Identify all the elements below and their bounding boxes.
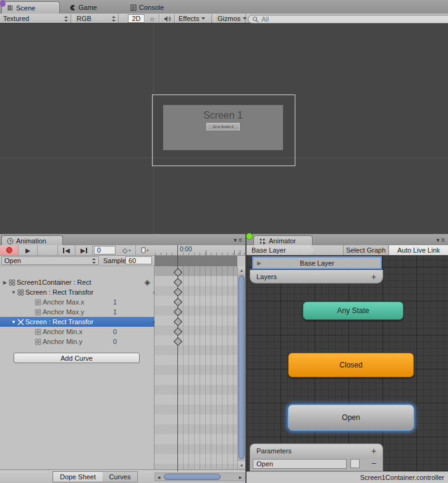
property-row[interactable]: ▼ Screen : Rect Transfor ◈ xyxy=(0,287,164,297)
dopesheet-gridlines xyxy=(177,266,237,469)
auto-live-link-button[interactable]: Auto Live Link xyxy=(389,245,448,255)
menu-icon: ≡ xyxy=(239,237,243,243)
up-arrow-icon: ▲ xyxy=(240,269,243,272)
frame-bar-icon xyxy=(86,248,87,253)
animator-graph-canvas[interactable]: ▶ Base Layer Layers + Any State Closed O… xyxy=(247,255,448,471)
animator-status-bar: Screen1Container.controller xyxy=(247,471,448,483)
select-graph-button[interactable]: Select Graph xyxy=(343,245,389,255)
parameter-row: Open − xyxy=(250,457,383,471)
lighting-toggle-button[interactable]: ☼ xyxy=(145,14,159,23)
screen1-title: Screen 1 xyxy=(163,110,283,121)
left-arrow-icon: ◀ xyxy=(158,475,161,479)
animation-property-list: ▶ Screen1Container : Rect ◈ ▼ Screen : R… xyxy=(0,266,154,469)
timeline-ruler[interactable]: 0:00 xyxy=(154,245,245,256)
animation-bottom-bar: Dope Sheet Curves ◀ ▶ xyxy=(0,469,245,483)
tab-scene[interactable]: Scene xyxy=(1,1,60,14)
chevron-down-icon: ▾ xyxy=(436,237,440,243)
foldout-icon[interactable]: ▶ xyxy=(2,280,8,285)
plus-icon: + xyxy=(128,248,131,253)
breadcrumb[interactable]: Base Layer xyxy=(247,245,315,255)
tab-curves[interactable]: Curves xyxy=(103,471,138,482)
animation-clip-row: Open Sample 60 xyxy=(0,256,154,266)
add-curve-button[interactable]: Add Curve xyxy=(14,353,140,363)
tab-console[interactable]: Console xyxy=(125,1,176,14)
audio-toggle-button[interactable] xyxy=(159,14,175,23)
tab-dope-sheet[interactable]: Dope Sheet xyxy=(53,471,103,482)
layers-header[interactable]: Layers + xyxy=(250,270,383,284)
2d-toggle-button[interactable]: 2D xyxy=(128,14,145,23)
state-node-any-state[interactable]: Any State xyxy=(303,301,404,320)
controller-name-label: Screen1Container.controller xyxy=(360,474,444,481)
tab-game-label: Game xyxy=(78,4,97,11)
dopesheet-area[interactable] xyxy=(154,266,237,469)
record-button[interactable] xyxy=(0,245,19,255)
scroll-left-button[interactable]: ◀ xyxy=(155,473,163,481)
chevron-down-icon xyxy=(201,17,205,20)
add-keyframe-button[interactable]: ◇ + xyxy=(118,245,136,255)
first-frame-button[interactable]: ◀ xyxy=(58,245,75,255)
tab-animation-label: Animation xyxy=(16,237,46,245)
layer-item-base-layer[interactable]: ▶ Base Layer xyxy=(252,256,382,269)
effects-dropdown[interactable]: Effects xyxy=(175,14,212,23)
console-icon xyxy=(130,4,137,11)
rect-transform-icon xyxy=(34,328,41,335)
tab-scene-label: Scene xyxy=(16,4,35,12)
horizontal-scrollbar[interactable]: ◀ ▶ xyxy=(154,472,245,481)
add-event-button[interactable]: + xyxy=(136,245,154,255)
sample-rate-field[interactable]: 60 xyxy=(125,256,152,264)
play-button[interactable]: ▶ xyxy=(19,245,38,255)
keyframe-toggle[interactable]: ◈ xyxy=(145,278,150,287)
parameter-bool-checkbox[interactable] xyxy=(350,459,360,468)
frame-number-field[interactable]: 0 xyxy=(94,246,116,254)
state-node-open-selected[interactable]: Open xyxy=(288,405,414,430)
animation-toolbar: ▶ ◀ ▶ 0 ◇ + + xyxy=(0,245,154,256)
tab-animation[interactable]: Animation xyxy=(1,235,63,246)
event-marker-icon xyxy=(141,247,146,254)
property-row-selected[interactable]: ▼ Screen : Rect Transfor ◈ xyxy=(0,317,164,327)
property-row[interactable]: ▶ Screen1Container : Rect ◈ xyxy=(0,277,155,287)
property-label: Anchor Min.x xyxy=(43,328,82,335)
panel-menu-button[interactable]: ▾ ≡ xyxy=(436,237,446,243)
add-layer-button[interactable]: + xyxy=(371,272,376,282)
rect-transform-icon xyxy=(17,318,24,326)
foldout-icon[interactable]: ▶ xyxy=(257,260,261,266)
rect-transform-icon xyxy=(8,279,15,286)
property-value: 0 xyxy=(113,338,117,345)
speaker-icon xyxy=(164,15,171,22)
property-value: 1 xyxy=(113,298,117,306)
last-frame-button[interactable]: ▶ xyxy=(75,245,93,255)
gizmos-dropdown[interactable]: Gizmos xyxy=(214,14,246,23)
foldout-icon[interactable]: ▼ xyxy=(11,290,17,295)
property-label: Anchor Max.y xyxy=(43,308,84,316)
updown-arrows-icon xyxy=(111,16,116,22)
render-mode-dropdown[interactable]: Textured xyxy=(1,14,71,23)
vertical-scrollbar[interactable]: ▲ ▼ xyxy=(237,266,245,469)
ruler-ticks xyxy=(154,250,245,255)
channel-dropdown[interactable]: RGB xyxy=(74,14,119,23)
scroll-down-button[interactable]: ▼ xyxy=(238,461,245,469)
search-icon xyxy=(252,16,259,23)
panel-menu-button[interactable]: ▾ ≡ xyxy=(234,237,243,243)
sun-icon: ☼ xyxy=(149,15,155,22)
scroll-right-button[interactable]: ▶ xyxy=(237,473,244,481)
game-icon xyxy=(69,4,76,11)
tab-game[interactable]: Game xyxy=(64,1,111,14)
scrollbar-thumb[interactable] xyxy=(239,275,245,459)
property-label: Screen1Container : Rect xyxy=(17,279,91,286)
scene-view-canvas[interactable]: Screen 1 Go to Screen 2 xyxy=(0,23,448,233)
clip-dropdown[interactable]: Open xyxy=(1,256,99,265)
go-to-screen2-button[interactable]: Go to Screen 2 xyxy=(206,123,240,130)
search-input[interactable]: All xyxy=(248,15,448,23)
state-node-closed[interactable]: Closed xyxy=(288,353,414,377)
foldout-icon[interactable]: ▼ xyxy=(11,319,17,325)
scrollbar-thumb[interactable] xyxy=(164,474,221,480)
parameters-header[interactable]: Parameters + xyxy=(250,443,383,457)
2d-label: 2D xyxy=(132,15,140,22)
tab-animator[interactable]: Animator xyxy=(253,235,313,246)
scroll-up-button[interactable]: ▲ xyxy=(238,266,245,274)
add-parameter-button[interactable]: + xyxy=(371,446,376,456)
remove-parameter-button[interactable]: − xyxy=(371,458,376,468)
parameter-name-field[interactable]: Open xyxy=(253,459,347,469)
channel-label: RGB xyxy=(77,15,91,22)
property-value: 1 xyxy=(113,308,117,316)
